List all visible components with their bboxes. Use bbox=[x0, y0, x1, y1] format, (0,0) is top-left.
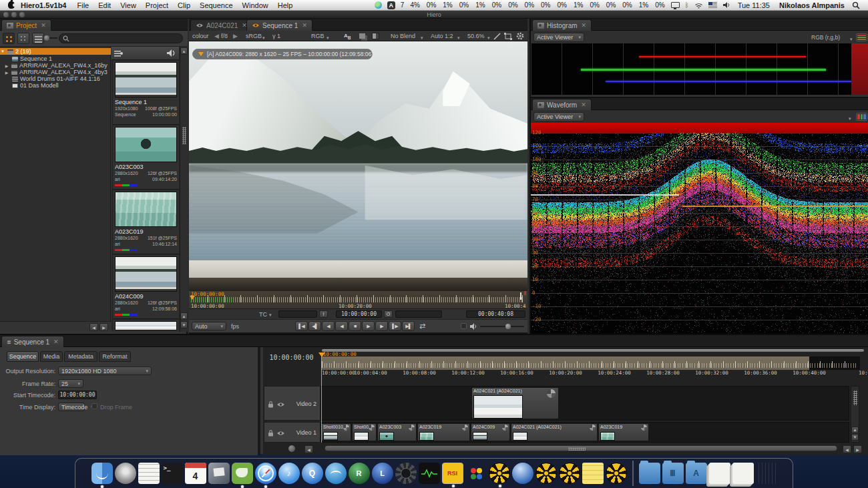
tab-metadata[interactable]: Metadata bbox=[64, 351, 97, 362]
scroll-down-icon[interactable]: ▼ bbox=[851, 434, 859, 441]
lock-icon[interactable] bbox=[268, 401, 274, 408]
minimize-window-icon[interactable] bbox=[11, 12, 17, 17]
dock-icon-folder-utilities[interactable]: Ⅲ bbox=[662, 463, 684, 484]
tc-in-field[interactable] bbox=[278, 310, 317, 318]
scroll-left-icon[interactable]: ◀ bbox=[304, 445, 313, 453]
play-backward-button[interactable]: ◀ bbox=[335, 321, 348, 331]
bin-item-sequence1[interactable]: Sequence 1 1920x10801008f @25FPS Sequenc… bbox=[113, 61, 179, 125]
stop-button[interactable]: ■ bbox=[349, 321, 361, 331]
tree-item-world-drums[interactable]: World Drums 01-AIFF 44.1:16 bbox=[0, 75, 111, 82]
menu-clock[interactable]: Tue 11:35 bbox=[738, 1, 770, 9]
dock-icon-stack-files[interactable] bbox=[732, 463, 754, 484]
track-header-video2[interactable]: Video 2 bbox=[264, 386, 320, 421]
bin-item-partial[interactable] bbox=[113, 320, 179, 332]
list-view-button[interactable] bbox=[32, 33, 44, 44]
app-indicator-icon[interactable]: A bbox=[387, 1, 395, 9]
dock-icon-activity-monitor[interactable] bbox=[419, 463, 440, 484]
spotlight-icon[interactable] bbox=[852, 1, 860, 9]
timeline-clip-shot0020[interactable]: Shot00 bbox=[352, 423, 377, 441]
menu-help[interactable]: Help bbox=[278, 1, 293, 9]
waveform-source-dropdown[interactable]: Active Viewer▾ bbox=[533, 112, 584, 121]
dock-icon-rsiguard[interactable]: RSI bbox=[442, 463, 463, 484]
menu-window[interactable]: Window bbox=[242, 1, 268, 9]
timeline-playhead[interactable] bbox=[321, 352, 322, 443]
input-language-flag-icon[interactable] bbox=[708, 2, 717, 8]
scroll-right-icon[interactable]: ▶ bbox=[99, 323, 108, 331]
zoom-window-icon[interactable] bbox=[19, 12, 25, 17]
eye-icon[interactable] bbox=[276, 431, 285, 436]
volume-menu-icon[interactable] bbox=[722, 1, 730, 9]
tree-item-das-modell[interactable]: 01 Das Modell bbox=[0, 82, 111, 89]
split-view-icon[interactable] bbox=[372, 33, 379, 39]
bin-item-a023c019[interactable]: A023C019 2880x1620151f @25FPS ari10:46:1… bbox=[113, 190, 179, 254]
tab-histogram[interactable]: Histogram ✕ bbox=[532, 19, 592, 31]
bin-item-a024c009[interactable]: A024C009 2880x1620126f @25FPS ari12:09:5… bbox=[113, 255, 179, 319]
tab-a024c021[interactable]: A024C021 ✕ bbox=[190, 19, 252, 31]
bin-thumbnail[interactable] bbox=[115, 256, 177, 292]
detail-view-button[interactable] bbox=[17, 33, 29, 44]
timeline-clip-a023c019[interactable]: A023C019 bbox=[417, 423, 470, 441]
tree-item-root[interactable]: ▼ 2 (19) bbox=[0, 48, 111, 55]
loop-mode-icon[interactable]: ⇄ bbox=[419, 322, 425, 330]
bin-audio-icon[interactable] bbox=[166, 49, 176, 57]
sync-status-icon[interactable] bbox=[375, 1, 382, 9]
scroll-left-icon[interactable]: ◀ bbox=[89, 323, 98, 331]
timeline-zoom-bar[interactable] bbox=[322, 349, 864, 352]
menu-clip[interactable]: Clip bbox=[178, 1, 190, 9]
waveform-mode-icon[interactable] bbox=[856, 113, 867, 121]
lock-icon[interactable] bbox=[268, 429, 274, 437]
dock-icon-openoffice[interactable] bbox=[325, 463, 347, 484]
tc-out-field[interactable] bbox=[395, 310, 442, 318]
dock-icon-trash[interactable] bbox=[756, 463, 777, 484]
mute-checkbox[interactable] bbox=[461, 323, 467, 329]
histogram-source-dropdown[interactable]: Active Viewer▾ bbox=[533, 33, 584, 42]
speaker-icon[interactable] bbox=[469, 322, 478, 330]
tab-waveform[interactable]: Waveform ✕ bbox=[532, 99, 592, 110]
layers-icon[interactable] bbox=[359, 33, 365, 39]
menu-sequence[interactable]: Sequence bbox=[200, 1, 233, 9]
step-forward-button[interactable]: ▶ bbox=[375, 321, 388, 331]
previous-edit-button[interactable]: ◀▌ bbox=[308, 321, 321, 331]
dock-icon-colors[interactable] bbox=[465, 463, 487, 484]
bin-item-a023c003[interactable]: A023C003 2880x1620126f @25FPS ari09:40:1… bbox=[113, 126, 179, 190]
set-in-button[interactable]: I bbox=[319, 310, 328, 318]
soft-effects-icon[interactable] bbox=[641, 425, 647, 431]
close-icon[interactable]: ✕ bbox=[53, 338, 59, 345]
bin-thumbnail[interactable] bbox=[115, 321, 177, 330]
scroll-up-icon[interactable]: ▲ bbox=[851, 427, 859, 433]
timeline-clip-shot0010[interactable]: Shot0010 bbox=[321, 423, 351, 441]
close-icon[interactable]: ✕ bbox=[581, 101, 586, 108]
dock-icon-disk-utility[interactable] bbox=[115, 463, 136, 484]
dock-icon-fan-r[interactable]: R bbox=[349, 463, 370, 484]
app-menu-title[interactable]: Hiero1.5v1b4 bbox=[21, 1, 66, 9]
bin-thumbnail[interactable] bbox=[115, 62, 177, 97]
collapse-triangle-icon[interactable] bbox=[198, 52, 204, 56]
dock-icon-stickies[interactable] bbox=[582, 463, 604, 484]
expander-icon[interactable]: ▶ bbox=[4, 70, 9, 75]
scroll-left-icon[interactable]: ◀ bbox=[843, 445, 851, 453]
close-icon[interactable]: ✕ bbox=[302, 22, 307, 29]
close-window-icon[interactable] bbox=[3, 12, 9, 17]
fps-dropdown[interactable]: Auto▾ bbox=[192, 322, 226, 330]
tree-item-arriraw-16by[interactable]: ▶ ARRIRAW_ALEXA_FW4.x_16by bbox=[0, 62, 111, 69]
tree-item-arriraw-4by3[interactable]: ▶ ARRIRAW_ALEXA_FW4.x_4by3 bbox=[0, 69, 111, 75]
timeline-playhead-icon[interactable] bbox=[318, 352, 325, 357]
dock-icon-folder-downloads[interactable] bbox=[639, 463, 660, 484]
menu-view[interactable]: View bbox=[120, 1, 136, 9]
scroll-right-icon[interactable]: ▶ bbox=[853, 445, 862, 453]
viewer-image[interactable] bbox=[189, 41, 527, 290]
set-out-button[interactable]: O bbox=[384, 310, 393, 318]
dock-icon-fan-l[interactable]: L bbox=[372, 463, 393, 484]
duration-field[interactable]: 00:00:40:08 bbox=[466, 310, 525, 318]
tree-item-sequence[interactable]: Sequence 1 bbox=[0, 55, 111, 62]
bin-scrollbar[interactable]: ▲ ▲ ▼ bbox=[180, 47, 188, 332]
scrubber-scroll-thumb[interactable] bbox=[520, 292, 521, 300]
eye-icon[interactable] bbox=[276, 402, 285, 407]
dock-icon-folder-applications[interactable]: A bbox=[686, 463, 707, 484]
current-tc-field[interactable]: 10:00:00:00 bbox=[336, 310, 382, 318]
bluetooth-icon[interactable]: ᛒ bbox=[685, 1, 689, 9]
scroll-down-icon[interactable]: ▼ bbox=[180, 321, 188, 328]
tab-sequence1-timeline[interactable]: ≣ Sequence 1 ✕ bbox=[1, 336, 64, 347]
timeline-hscrollbar[interactable] bbox=[324, 445, 837, 451]
tab-media[interactable]: Media bbox=[40, 351, 63, 362]
